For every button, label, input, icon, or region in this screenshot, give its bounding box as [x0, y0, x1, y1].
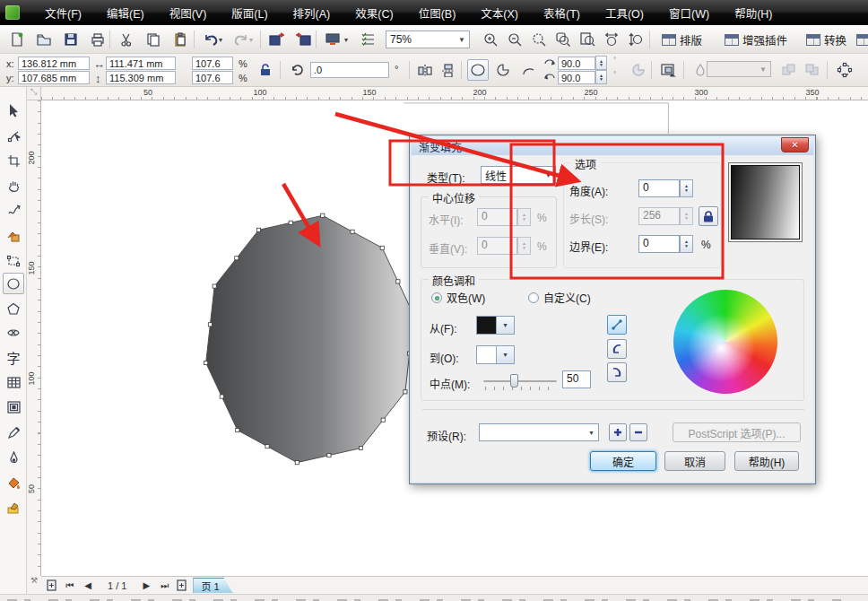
outline-pen-tool[interactable] — [3, 447, 24, 468]
midpoint-slider-thumb[interactable] — [510, 374, 518, 388]
shape-tool[interactable] — [3, 125, 24, 146]
zoom-in-button[interactable] — [479, 29, 502, 50]
shape-node-handle[interactable] — [351, 230, 354, 233]
close-button[interactable]: ✕ — [781, 137, 809, 152]
remove-preset-button[interactable] — [629, 423, 647, 441]
copy-button[interactable] — [142, 29, 165, 50]
object-width-field[interactable]: 111.471 mm — [106, 57, 176, 70]
shape-node-handle[interactable] — [295, 461, 299, 465]
undo-dropdown-arrow[interactable]: ▼ — [215, 29, 226, 50]
new-document-button[interactable] — [5, 29, 29, 50]
angle-spinner[interactable]: ▲▼ — [680, 179, 693, 197]
zoom-level-combo[interactable]: 75%▼ — [386, 30, 470, 48]
zoom-page-button[interactable] — [576, 29, 599, 50]
color-wheel[interactable] — [673, 290, 777, 394]
options-button[interactable] — [357, 29, 380, 50]
shape-node-handle[interactable] — [404, 390, 407, 394]
table-tool[interactable] — [3, 371, 24, 393]
crop-tool[interactable] — [3, 150, 24, 171]
rotation-angle-field[interactable]: .0 — [310, 62, 389, 78]
next-page-button[interactable]: ▶ — [139, 579, 153, 592]
clockwise-path-button[interactable] — [607, 362, 627, 382]
text-tool[interactable]: 字 — [3, 346, 24, 368]
dialog-title-bar[interactable]: 渐变填充 — [412, 137, 813, 155]
arc-start-field[interactable]: 90.0 — [558, 57, 595, 70]
text-wrap-button[interactable] — [657, 59, 679, 81]
save-button[interactable] — [59, 29, 82, 50]
shape-node-handle[interactable] — [235, 257, 239, 260]
to-color-picker[interactable]: ▼ — [476, 345, 515, 364]
arc-end-spinner[interactable]: ▲▼ — [595, 70, 607, 84]
zoom-height-button[interactable] — [624, 29, 647, 50]
outline-width-combo[interactable]: ▼ — [707, 61, 771, 77]
basic-shapes-tool[interactable] — [3, 322, 24, 344]
menu-table[interactable]: 表格(T) — [531, 0, 593, 26]
custom-radio[interactable]: 自定义(C) — [528, 290, 591, 305]
arc-direction-button[interactable] — [628, 59, 649, 81]
first-page-button[interactable]: ⏮ — [63, 579, 77, 592]
launcher-dropdown-arrow[interactable]: ▼ — [341, 29, 352, 50]
export-button[interactable] — [292, 29, 316, 50]
zoom-out-button[interactable] — [503, 29, 526, 50]
last-page-button[interactable]: ⏭ — [157, 579, 171, 592]
horizontal-ruler[interactable]: 50 100 150 200 250 300 350 — [41, 87, 868, 100]
import-button[interactable] — [265, 29, 289, 50]
arc-end-field[interactable]: 90.0 — [558, 71, 595, 84]
freehand-tool[interactable] — [3, 200, 24, 222]
menu-view[interactable]: 视图(V) — [157, 0, 220, 26]
midpoint-field[interactable]: 50 — [562, 370, 591, 388]
mirror-horizontal-button[interactable] — [414, 59, 436, 81]
object-height-field[interactable]: 115.309 mm — [106, 71, 176, 84]
scale-lock-button[interactable] — [255, 59, 276, 81]
zoom-width-button[interactable] — [600, 29, 623, 50]
paste-button[interactable] — [169, 29, 192, 50]
ruler-origin[interactable]: ⤡ — [27, 87, 41, 100]
ellipse-mode-button[interactable] — [467, 59, 489, 81]
open-button[interactable] — [32, 29, 56, 50]
to-back-button[interactable] — [802, 59, 823, 81]
add-preset-button[interactable] — [609, 423, 627, 441]
prev-page-button[interactable]: ◀ — [81, 579, 95, 592]
menu-effects[interactable]: 效果(C) — [343, 0, 405, 26]
shape-node-handle[interactable] — [220, 395, 223, 398]
to-front-button[interactable] — [778, 59, 800, 81]
page-tab[interactable]: 页 1 — [193, 578, 232, 593]
extra-toolbar-button[interactable] — [852, 29, 868, 50]
presets-combo[interactable]: ▼ — [479, 423, 599, 441]
decagon-shape[interactable] — [206, 215, 414, 462]
shape-node-handle[interactable] — [359, 446, 362, 449]
angle-field[interactable]: 0 — [638, 179, 680, 197]
fill-tool[interactable] — [3, 472, 24, 493]
shape-node-handle[interactable] — [321, 213, 325, 217]
two-color-radio[interactable]: 双色(W) — [431, 290, 485, 305]
polygon-tool[interactable] — [3, 298, 24, 319]
convert-to-curves-button[interactable] — [834, 59, 855, 81]
pan-tool[interactable] — [3, 175, 24, 196]
edge-spinner[interactable]: ▲▼ — [680, 235, 693, 253]
shape-node-handle[interactable] — [256, 228, 260, 231]
vertical-ruler[interactable]: 200 150 100 50 — [27, 100, 41, 576]
mirror-vertical-button[interactable] — [438, 59, 459, 81]
steps-field[interactable]: 256 — [638, 207, 680, 225]
arc-mode-button[interactable] — [517, 59, 539, 81]
shape-node-handle[interactable] — [213, 284, 216, 288]
shape-node-handle[interactable] — [396, 280, 400, 283]
menu-tools[interactable]: 工具(O) — [593, 0, 656, 26]
menu-text[interactable]: 文本(X) — [468, 0, 531, 26]
counterclockwise-path-button[interactable] — [607, 339, 627, 359]
menu-layout[interactable]: 版面(L) — [219, 0, 280, 26]
shape-node-handle[interactable] — [380, 246, 384, 249]
add-page-back-button[interactable] — [175, 579, 189, 592]
shape-node-handle[interactable] — [289, 221, 292, 224]
menu-arrange[interactable]: 排列(A) — [281, 0, 343, 26]
shape-node-handle[interactable] — [381, 418, 385, 422]
shape-node-handle[interactable] — [204, 361, 208, 364]
menu-edit[interactable]: 编辑(E) — [94, 0, 157, 26]
add-page-front-button[interactable] — [45, 579, 59, 592]
rectangle-tool[interactable] — [3, 250, 24, 272]
help-button[interactable]: 帮助(H) — [734, 451, 799, 471]
direct-path-button[interactable] — [607, 315, 627, 335]
scale-h-field[interactable]: 107.6 — [192, 57, 233, 70]
zoom-selected-button[interactable] — [527, 29, 551, 50]
cancel-button[interactable]: 取消 — [664, 451, 725, 471]
